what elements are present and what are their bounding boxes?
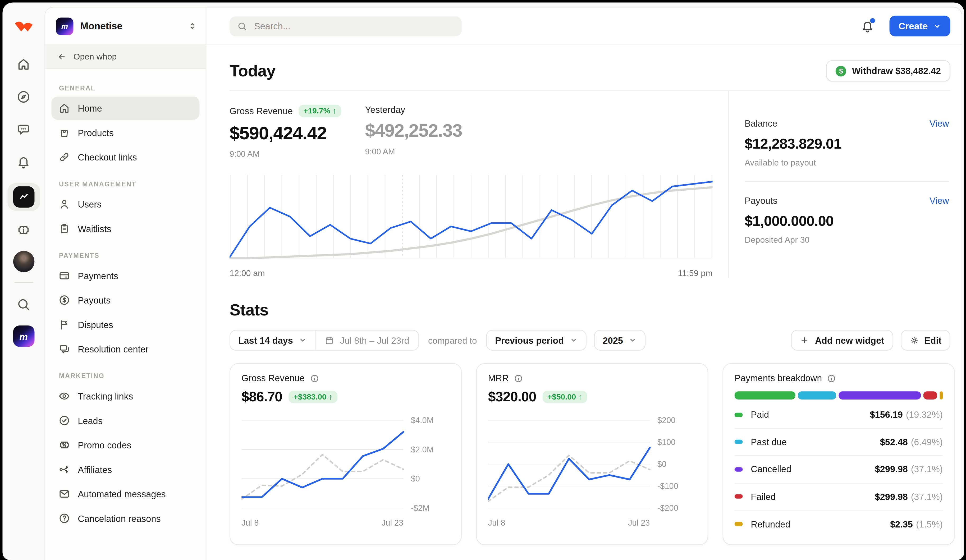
whop-logo-icon[interactable]: [12, 15, 34, 38]
notifications-bell[interactable]: [861, 19, 874, 33]
rail-home-icon[interactable]: [12, 53, 34, 75]
user-avatar[interactable]: [13, 251, 34, 272]
sidebar-item-promo-codes[interactable]: Promo codes: [52, 434, 200, 457]
mini-x-end: Jul 23: [381, 518, 403, 527]
payments-breakdown-card: Payments breakdown Paid$156.19(19.32%)Pa…: [723, 363, 955, 545]
user-icon: [58, 198, 70, 210]
info-icon[interactable]: [514, 374, 523, 383]
balance-value: $12,283.829.01: [745, 135, 949, 152]
balance-sub: Available to payout: [745, 158, 949, 168]
sidebar-item-users[interactable]: Users: [52, 192, 200, 216]
create-label: Create: [899, 21, 928, 31]
sidebar-item-products[interactable]: Products: [52, 121, 200, 145]
mail-icon: [58, 488, 70, 500]
legend-percent: (6.49%): [911, 437, 943, 447]
rail-compass-icon[interactable]: [12, 85, 34, 108]
add-widget-button[interactable]: Add new widget: [791, 330, 893, 351]
rail-search-icon[interactable]: [12, 293, 34, 315]
bar-segment-failed: [923, 391, 937, 399]
sidebar-item-affiliates[interactable]: Affiliates: [52, 458, 200, 481]
bag-icon: [58, 126, 70, 138]
breakdown-row-refunded: Refunded$2.35(1.5%): [734, 511, 943, 538]
rail-analytics-active[interactable]: [7, 183, 39, 211]
gross-revenue-metric: Gross Revenue +19.7% ↑ $590,424.42 9:00 …: [230, 105, 365, 159]
legend-label: Failed: [751, 491, 775, 502]
sidebar-item-payments[interactable]: Payments: [52, 264, 200, 287]
open-whop-back[interactable]: Open whop: [45, 45, 206, 69]
date-range-control: Last 14 days Jul 8th – Jul 23rd: [230, 330, 419, 351]
dollar-icon: [58, 294, 70, 306]
legend-dot: [734, 467, 743, 472]
sidebar-item-label: Leads: [78, 415, 103, 425]
withdraw-label: Withdraw $38,482.42: [852, 66, 941, 76]
add-widget-label: Add new widget: [815, 335, 884, 345]
legend-percent: (37.1%): [911, 464, 943, 475]
balance-label: Balance: [745, 118, 777, 128]
create-button[interactable]: Create: [890, 16, 950, 36]
sidebar-item-home[interactable]: Home: [52, 97, 200, 120]
chats-icon: [58, 343, 70, 355]
edit-button[interactable]: Edit: [900, 330, 950, 351]
rail-bell-icon[interactable]: [12, 150, 34, 173]
gross-revenue-label: Gross Revenue: [230, 106, 293, 116]
sidebar-item-label: Disputes: [78, 320, 113, 330]
date-range-picker[interactable]: Jul 8th – Jul 23rd: [315, 330, 418, 350]
year-dropdown[interactable]: 2025: [594, 330, 646, 351]
monetise-app-icon[interactable]: m: [13, 325, 34, 347]
breakdown-row-past-due: Past due$52.48(6.49%): [734, 429, 943, 456]
legend-percent: (19.32%): [906, 410, 943, 420]
workspace-name: Monetise: [80, 20, 181, 32]
info-icon[interactable]: [827, 374, 836, 383]
axis-start-label: 12:00 am: [230, 268, 265, 278]
sidebar-item-disputes[interactable]: Disputes: [52, 313, 200, 336]
legend-dot: [734, 494, 743, 499]
plus-icon: [800, 335, 810, 345]
range-preset-dropdown[interactable]: Last 14 days: [230, 330, 315, 350]
sidebar-section-label: Payments: [59, 251, 192, 259]
breakdown-stacked-bar: [734, 391, 943, 399]
workspace-logo: m: [56, 17, 73, 34]
topbar: Create: [206, 7, 961, 45]
sidebar-item-leads[interactable]: Leads: [52, 409, 200, 432]
sidebar-item-label: Payments: [78, 271, 118, 281]
sidebar-item-label: Automated messages: [78, 489, 166, 499]
sidebar-item-label: Checkout links: [78, 152, 137, 162]
year-label: 2025: [603, 335, 623, 345]
sidebar-item-payouts[interactable]: Payouts: [52, 289, 200, 312]
legend-value: $156.19: [870, 410, 902, 420]
withdraw-button[interactable]: $ Withdraw $38,482.42: [826, 60, 950, 82]
payouts-view-link[interactable]: View: [930, 195, 949, 206]
widget-value: $320.00: [488, 389, 536, 405]
sidebar-item-tracking-links[interactable]: Tracking links: [52, 384, 200, 408]
bar-segment-past-due: [798, 391, 836, 399]
sidebar-nav: GeneralHomeProductsCheckout linksUser ma…: [45, 69, 206, 560]
legend-dot: [734, 522, 743, 526]
svg-text:$2.0M: $2.0M: [411, 445, 434, 454]
sidebar-item-cancelation-reasons[interactable]: Cancelation reasons: [52, 507, 200, 530]
search-box[interactable]: [230, 16, 462, 36]
sidebar-item-checkout-links[interactable]: Checkout links: [52, 145, 200, 169]
open-whop-label: Open whop: [74, 52, 117, 62]
search-icon: [237, 21, 247, 31]
rail-ticket-icon[interactable]: [12, 218, 34, 241]
rail-chat-icon[interactable]: [12, 118, 34, 140]
workspace-switcher[interactable]: m Monetise: [45, 7, 206, 45]
balance-panel: Balance View $12,283.829.01 Available to…: [728, 91, 950, 278]
gross-revenue-value: $590,424.42: [230, 123, 365, 144]
widget-change-badge: +$383.00 ↑: [289, 391, 338, 403]
sidebar-item-waitlists[interactable]: Waitlists: [52, 217, 200, 240]
sidebar-item-label: Users: [78, 199, 102, 209]
search-input[interactable]: [253, 20, 454, 32]
sidebar-item-resolution-center[interactable]: Resolution center: [52, 337, 200, 361]
chevron-down-icon: [629, 336, 637, 344]
sidebar-item-automated-messages[interactable]: Automated messages: [52, 482, 200, 506]
compare-period-dropdown[interactable]: Previous period: [486, 330, 586, 351]
gross-revenue-change-badge: +19.7% ↑: [299, 105, 342, 117]
widget-title: Payments breakdown: [734, 373, 822, 383]
balance-view-link[interactable]: View: [930, 118, 949, 128]
today-heading: Today: [230, 61, 275, 80]
yesterday-time: 9:00 AM: [365, 147, 501, 156]
mrr-mini-chart: $200$100$0-$100-$200: [488, 409, 696, 517]
gross-revenue-mini-chart: $4.0M$2.0M$0-$2M: [242, 409, 450, 517]
info-icon[interactable]: [310, 374, 319, 383]
